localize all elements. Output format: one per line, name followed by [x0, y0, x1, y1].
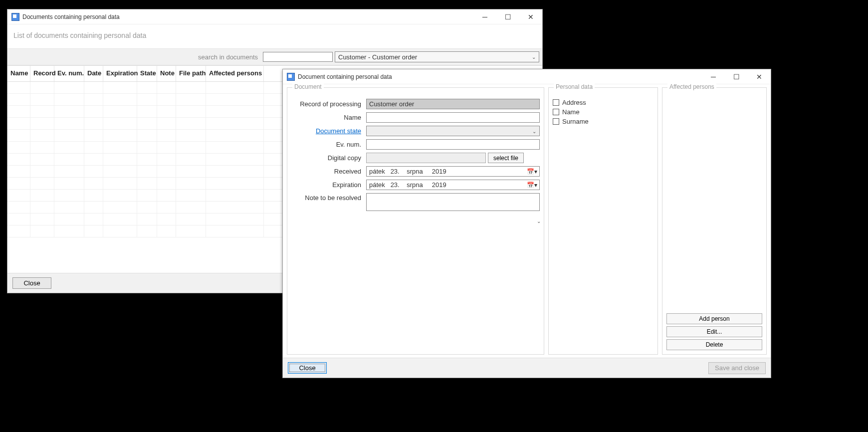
received-value: pátek 23. srpna 2019 [369, 168, 446, 175]
chevron-down-icon: ⌄ [532, 128, 536, 134]
col-affected[interactable]: Affected persons [206, 66, 264, 81]
checkbox-icon [553, 99, 559, 106]
chevron-down-icon: ⌄ [537, 218, 541, 224]
expiration-value: pátek 23. srpna 2019 [369, 181, 446, 189]
digital-copy-input [366, 153, 486, 163]
evnum-label: Ev. num. [291, 141, 366, 148]
affected-persons-list[interactable] [666, 99, 762, 313]
chevron-down-icon: ⌄ [532, 54, 536, 60]
window-title: Documents containing personal data [22, 13, 120, 20]
titlebar-win1[interactable]: Documents containing personal data ─ ☐ ✕ [7, 9, 542, 24]
search-select-value: Customer - Customer order [338, 53, 417, 61]
close-button[interactable]: Close [12, 277, 51, 289]
note-label: Note to be resolved [291, 193, 366, 202]
groupbox-legend-document: Document [292, 83, 324, 90]
col-evnum[interactable]: Ev. num. [54, 66, 84, 81]
search-select[interactable]: Customer - Customer order ⌄ [335, 51, 539, 62]
col-name[interactable]: Name [7, 66, 30, 81]
note-textarea[interactable] [366, 193, 540, 211]
pd-checkbox-surname[interactable]: Surname [553, 118, 653, 125]
close-window-button[interactable]: ✕ [748, 69, 771, 84]
calendar-icon: 📅▾ [527, 168, 537, 175]
received-label: Received [291, 168, 366, 175]
col-filepath[interactable]: File path [176, 66, 206, 81]
add-person-button[interactable]: Add person [666, 313, 762, 324]
expiration-datepicker[interactable]: pátek 23. srpna 2019 📅▾ [366, 180, 540, 190]
delete-person-button[interactable]: Delete [666, 339, 762, 350]
select-file-button[interactable]: select file [488, 153, 524, 163]
evnum-input[interactable] [366, 139, 540, 150]
save-and-close-button[interactable]: Save and close [708, 362, 766, 374]
edit-person-button[interactable]: Edit... [666, 326, 762, 337]
minimize-button[interactable]: ─ [473, 9, 496, 24]
received-datepicker[interactable]: pátek 23. srpna 2019 📅▾ [366, 166, 540, 177]
checkbox-icon [553, 109, 559, 115]
record-select-disabled: Customer order ⌄ [366, 99, 540, 109]
calendar-icon: 📅▾ [527, 182, 537, 189]
document-state-link[interactable]: Document state [291, 127, 366, 135]
checkbox-icon [553, 118, 559, 125]
footer-win2: Close Save and close [283, 358, 771, 378]
col-state[interactable]: State [137, 66, 157, 81]
maximize-button[interactable]: ☐ [496, 9, 519, 24]
app-icon [287, 73, 295, 81]
window-title: Document containing personal data [298, 73, 392, 80]
groupbox-legend-pd: Personal data [554, 83, 595, 90]
record-value: Customer order [369, 100, 414, 108]
document-groupbox: Document Record of processing Customer o… [287, 87, 544, 355]
titlebar-win2[interactable]: Document containing personal data ─ ☐ ✕ [283, 69, 771, 84]
search-input[interactable] [263, 52, 333, 62]
col-note[interactable]: Note [157, 66, 176, 81]
col-record[interactable]: Record [30, 66, 54, 81]
personal-data-groupbox: Personal data Address Name Surname [548, 87, 658, 355]
pd-checkbox-name[interactable]: Name [553, 108, 653, 116]
name-label: Name [291, 114, 366, 121]
expiration-label: Expiration [291, 181, 366, 189]
groupbox-legend-aff: Affected persons [667, 83, 716, 90]
close-window-button[interactable]: ✕ [519, 9, 542, 24]
search-toolbar: search in documents Customer - Customer … [7, 48, 542, 65]
close-button[interactable]: Close [288, 362, 327, 374]
maximize-button[interactable]: ☐ [725, 69, 748, 84]
detail-body: Document Record of processing Customer o… [283, 84, 771, 358]
minimize-button[interactable]: ─ [702, 69, 725, 84]
document-state-select[interactable]: ⌄ [366, 126, 540, 136]
affected-persons-groupbox: Affected persons Add person Edit... Dele… [662, 87, 767, 355]
col-expiration[interactable]: Expiration [103, 66, 137, 81]
digital-copy-label: Digital copy [291, 154, 366, 162]
app-icon [11, 13, 19, 21]
name-input[interactable] [366, 112, 540, 123]
search-label: search in documents [198, 53, 258, 61]
col-date[interactable]: Date [84, 66, 103, 81]
document-detail-window: Document containing personal data ─ ☐ ✕ … [282, 69, 771, 378]
page-subtitle: List of documents containing personal da… [7, 24, 542, 48]
pd-checkbox-address[interactable]: Address [553, 99, 653, 106]
record-label: Record of processing [291, 100, 366, 108]
